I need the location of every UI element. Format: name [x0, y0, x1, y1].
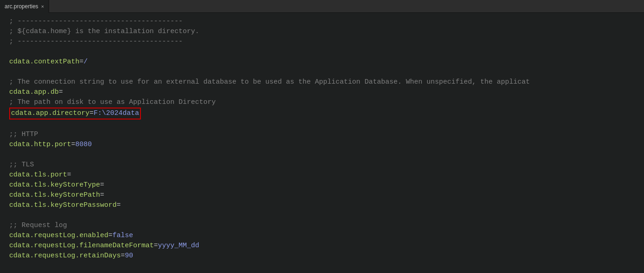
property-key: cdata.app.db — [9, 87, 59, 97]
code-line: cdata.app.db= — [0, 87, 644, 97]
equals-sign: = — [67, 170, 71, 180]
code-line: cdata.contextPath=/ — [0, 57, 644, 67]
comment-text: ; The path on disk to use as Application… — [9, 97, 216, 108]
property-key: cdata.http.port — [9, 140, 71, 150]
tab-close-button[interactable]: × — [41, 4, 44, 9]
property-key: cdata.contextPath — [9, 57, 79, 67]
property-key: cdata.tls.keyStorePassword — [9, 200, 117, 210]
code-line: ; ${cdata.home} is the installation dire… — [0, 27, 644, 37]
code-line: ;; HTTP — [0, 130, 644, 140]
comment-text: ; The connection string to use for an ex… — [9, 77, 530, 87]
code-line: cdata.requestLog.filenameDateFormat=yyyy… — [0, 241, 644, 251]
equals-sign: = — [117, 200, 121, 210]
property-key: cdata.tls.port — [9, 170, 67, 180]
empty-line — [0, 119, 644, 130]
code-line: ;; Request log — [0, 221, 644, 231]
property-key: cdata.tls.keyStoreType — [9, 180, 100, 190]
equals-sign: = — [154, 241, 158, 251]
code-line: ; --------------------------------------… — [0, 37, 644, 47]
tab-bar: arc.properties × — [0, 0, 644, 13]
comment-text: ;; Request log — [9, 221, 67, 231]
code-line: cdata.http.port=8080 — [0, 140, 644, 150]
code-line: cdata.tls.keyStoreType= — [0, 180, 644, 190]
code-line: cdata.tls.port= — [0, 170, 644, 180]
equals-sign: = — [100, 190, 104, 200]
property-value: F:\2024data — [94, 109, 139, 117]
equals-sign: = — [100, 180, 104, 190]
equals-sign: = — [108, 231, 112, 241]
equals-sign: = — [121, 251, 125, 261]
property-key: cdata.requestLog.enabled — [9, 231, 108, 241]
property-key: cdata.requestLog.retainDays — [9, 251, 121, 261]
code-line: cdata.tls.keyStorePassword= — [0, 200, 644, 210]
equals-sign: = — [79, 57, 84, 67]
code-line: cdata.requestLog.enabled=false — [0, 231, 644, 241]
empty-line — [0, 150, 644, 160]
code-line: cdata.app.directory=F:\2024data — [0, 108, 644, 119]
equals-sign: = — [59, 87, 63, 97]
code-line: ;; TLS — [0, 160, 644, 170]
empty-line — [0, 210, 644, 221]
property-value: false — [112, 231, 133, 241]
equals-sign: = — [71, 140, 75, 150]
code-line: ; The connection string to use for an ex… — [0, 77, 644, 87]
property-value: yyyy_MM_dd — [158, 241, 199, 251]
comment-text: ;; TLS — [9, 160, 34, 170]
comment-text: ; --------------------------------------… — [9, 37, 183, 47]
code-line: cdata.tls.keyStorePath= — [0, 190, 644, 200]
comment-text: ; --------------------------------------… — [9, 17, 183, 27]
highlighted-property: cdata.app.directory=F:\2024data — [9, 108, 141, 119]
property-key: cdata.requestLog.filenameDateFormat — [9, 241, 154, 251]
property-value: 90 — [125, 251, 133, 261]
code-line: ; --------------------------------------… — [0, 17, 644, 27]
empty-line — [0, 47, 644, 57]
code-line: ; The path on disk to use as Application… — [0, 97, 644, 108]
property-value: 8080 — [75, 140, 92, 150]
code-line: cdata.requestLog.retainDays=90 — [0, 251, 644, 261]
comment-text: ;; HTTP — [9, 130, 38, 140]
editor-area: ; --------------------------------------… — [0, 13, 644, 273]
empty-line — [0, 67, 644, 77]
tab-arc-properties[interactable]: arc.properties × — [0, 0, 49, 13]
property-value: / — [84, 57, 88, 67]
property-key: cdata.app.directory — [11, 109, 90, 117]
tab-label: arc.properties — [5, 3, 38, 10]
equals-sign: = — [90, 109, 94, 117]
property-key: cdata.tls.keyStorePath — [9, 190, 100, 200]
comment-text: ; ${cdata.home} is the installation dire… — [9, 27, 199, 37]
